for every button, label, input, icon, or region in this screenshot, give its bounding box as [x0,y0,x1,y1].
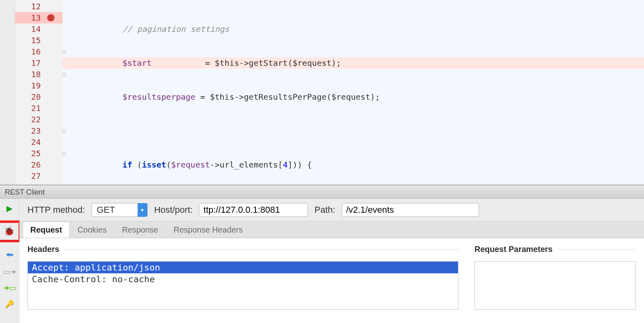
back-icon[interactable]: ⬅ [6,250,13,260]
code-token: isset [142,160,166,170]
gutter-row[interactable]: 25⊟ [15,148,63,159]
line-number: 23 [31,126,41,136]
import-icon[interactable]: ➔▭ [3,283,16,292]
gutter-row[interactable]: 15 [15,35,63,46]
tab-response[interactable]: Response [114,222,166,238]
line-number: 19 [31,81,41,90]
params-title: Request Parameters [475,245,552,254]
line-number: 24 [31,137,41,147]
code-token: ])) { [288,160,312,170]
editor-left-margin [0,0,15,185]
gutter-row[interactable]: 12 [15,1,63,12]
http-method-select[interactable]: GET ▾ [92,203,148,217]
code-token: = $this->getResultsPerPage($request); [195,92,380,102]
debug-button-highlight: 🐞 [0,220,21,242]
gutter-row[interactable]: 20 [15,91,63,103]
line-number: 22 [31,115,41,124]
run-icon[interactable]: ▶ [6,203,13,213]
line-number: 21 [31,103,41,113]
export-icon[interactable]: ▭➔ [3,267,16,276]
gutter-row[interactable]: 26 [15,159,63,170]
code-token: $resultsperpage [123,92,196,102]
tab-cookies[interactable]: Cookies [70,222,114,238]
rest-main: HTTP method: GET ▾ Host/port: Path: Requ… [19,199,644,323]
rest-client-title-bar: REST Client [0,186,644,199]
headers-panel: Headers Accept: application/jsonCache-Co… [19,238,466,323]
line-number: 25 [31,149,41,158]
keys-icon[interactable]: 🔑 [5,300,14,308]
gutter-row[interactable]: 21 [15,103,63,114]
tab-request[interactable]: Request [23,222,70,238]
code-comment: // pagination settings [123,24,230,34]
line-number: 14 [31,24,41,34]
gutter-row[interactable]: 24 [15,136,63,148]
line-number: 20 [31,92,41,102]
code-token: $start [123,58,152,68]
gutter-row[interactable]: 27 [15,170,63,182]
line-number: 17 [31,58,41,68]
headers-title: Headers [27,245,59,254]
rest-panels: Headers Accept: application/jsonCache-Co… [19,238,644,323]
path-label: Path: [314,205,335,215]
chevron-down-icon: ▾ [138,203,147,217]
debug-icon[interactable]: 🐞 [4,226,15,237]
path-input[interactable] [342,203,479,217]
line-number: 27 [31,171,41,181]
divider [557,249,636,250]
rest-client-title: REST Client [5,188,45,197]
divider [64,249,458,250]
http-method-value: GET [97,205,115,215]
gutter-row[interactable]: 16⊟ [15,46,63,57]
line-number: 18 [31,69,41,79]
params-panel: Request Parameters [466,238,644,323]
code-token: if [123,160,132,170]
code-token: ->url_elements[ [210,160,283,170]
gutter-row[interactable]: 14 [15,23,63,35]
code-editor-pane: 1213141516⊟17⊟18⊟1920212223⊟2425⊟2627 //… [0,0,644,186]
request-config-row: HTTP method: GET ▾ Host/port: Path: [19,199,644,221]
header-item[interactable]: Cache-Control: no-cache [28,273,458,285]
line-number: 15 [31,36,41,45]
code-token: = $this->getStart($request); [200,58,341,68]
editor-gutter[interactable]: 1213141516⊟17⊟18⊟1920212223⊟2425⊟2627 [15,0,63,185]
code-token: 4 [283,160,288,170]
gutter-row[interactable]: 13 [15,12,63,23]
host-input[interactable] [199,203,308,217]
http-method-label: HTTP method: [27,205,85,215]
line-number: 13 [31,13,41,23]
editor-body[interactable]: // pagination settings $start = $this->g… [63,0,644,185]
line-number: 26 [31,160,41,170]
rest-client-body: ▶ 🐞 ⬅ ▭➔ ➔▭ 🔑 HTTP method: GET ▾ Host/po… [0,199,644,323]
host-label: Host/port: [154,205,192,215]
breakpoint-icon[interactable] [47,14,54,21]
tab-response-headers[interactable]: Response Headers [166,222,250,238]
header-item[interactable]: Accept: application/json [28,262,458,273]
line-number: 12 [31,2,41,11]
gutter-row[interactable]: 19 [15,80,63,91]
rest-tabs: RequestCookiesResponseResponse Headers [19,221,644,238]
rest-sidebar: ▶ 🐞 ⬅ ▭➔ ➔▭ 🔑 [0,199,19,323]
line-number: 16 [31,47,41,57]
params-list[interactable] [475,261,636,310]
gutter-row[interactable]: 22 [15,114,63,125]
gutter-row[interactable]: 18⊟ [15,69,63,80]
headers-list[interactable]: Accept: application/jsonCache-Control: n… [27,261,458,310]
gutter-row[interactable]: 23⊟ [15,125,63,136]
gutter-row[interactable]: 17⊟ [15,57,63,69]
code-token: $request [171,160,210,170]
